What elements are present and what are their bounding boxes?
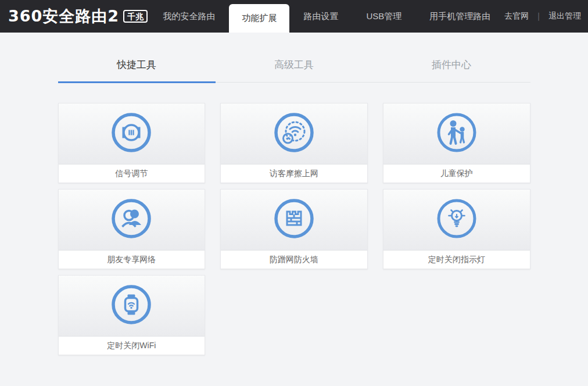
card-label: 定时关闭WiFi [59, 337, 205, 355]
card-label: 防蹭网防火墙 [221, 251, 367, 269]
card-child-protection[interactable]: 儿童保护 [383, 103, 530, 183]
card-label: 定时关闭指示灯 [383, 251, 530, 269]
card-label: 访客摩擦上网 [221, 165, 367, 183]
brand-logo: 360安全路由2 千兆 [0, 0, 149, 33]
link-divider: ｜ [535, 11, 543, 22]
signal-adjust-icon [110, 112, 152, 156]
nav-item-router-settings[interactable]: 路由设置 [289, 0, 352, 33]
official-site-link[interactable]: 去官网 [504, 11, 529, 22]
tool-card-grid: 信号调节 访客摩擦上网 [58, 103, 530, 355]
header-links: 去官网 ｜ 退出管理 [504, 0, 588, 33]
guest-wifi-icon [273, 112, 315, 156]
indicator-light-icon [436, 198, 478, 242]
tab-plugin-center[interactable]: 插件中心 [373, 58, 530, 83]
card-signal-adjust[interactable]: 信号调节 [58, 103, 206, 183]
nav-item-usb-management[interactable]: USB管理 [352, 0, 415, 33]
card-label: 信号调节 [59, 165, 205, 183]
brand-logo-text: 360安全路由2 [8, 6, 119, 27]
child-protection-icon [436, 112, 478, 156]
card-indicator-light[interactable]: 定时关闭指示灯 [383, 189, 530, 269]
tab-quick-tools[interactable]: 快捷工具 [58, 58, 216, 83]
card-label: 朋友专享网络 [59, 251, 205, 269]
firewall-icon [273, 198, 315, 242]
nav-item-feature-extension[interactable]: 功能扩展 [229, 4, 289, 33]
card-friends-network[interactable]: 朋友专享网络 [58, 189, 206, 269]
nav-item-manage-by-phone[interactable]: 用手机管理路由 [415, 0, 504, 33]
nav-item-my-router[interactable]: 我的安全路由 [149, 0, 229, 33]
card-label: 儿童保护 [383, 165, 530, 183]
gigabit-badge: 千兆 [123, 10, 148, 23]
wifi-timer-icon [110, 284, 152, 328]
tool-tabs: 快捷工具 高级工具 插件中心 [58, 58, 530, 83]
friends-network-icon [110, 198, 152, 242]
top-header: 360安全路由2 千兆 我的安全路由 功能扩展 路由设置 USB管理 用手机管理… [0, 0, 588, 33]
logout-link[interactable]: 退出管理 [548, 11, 581, 22]
main-nav: 我的安全路由 功能扩展 路由设置 USB管理 用手机管理路由 [149, 0, 504, 33]
card-guest-wifi[interactable]: 访客摩擦上网 [220, 103, 368, 183]
tab-advanced-tools[interactable]: 高级工具 [216, 58, 373, 83]
card-wifi-timer[interactable]: 定时关闭WiFi [58, 275, 206, 355]
card-firewall[interactable]: 防蹭网防火墙 [220, 189, 368, 269]
main-content: 快捷工具 高级工具 插件中心 信号调节 [58, 58, 530, 355]
